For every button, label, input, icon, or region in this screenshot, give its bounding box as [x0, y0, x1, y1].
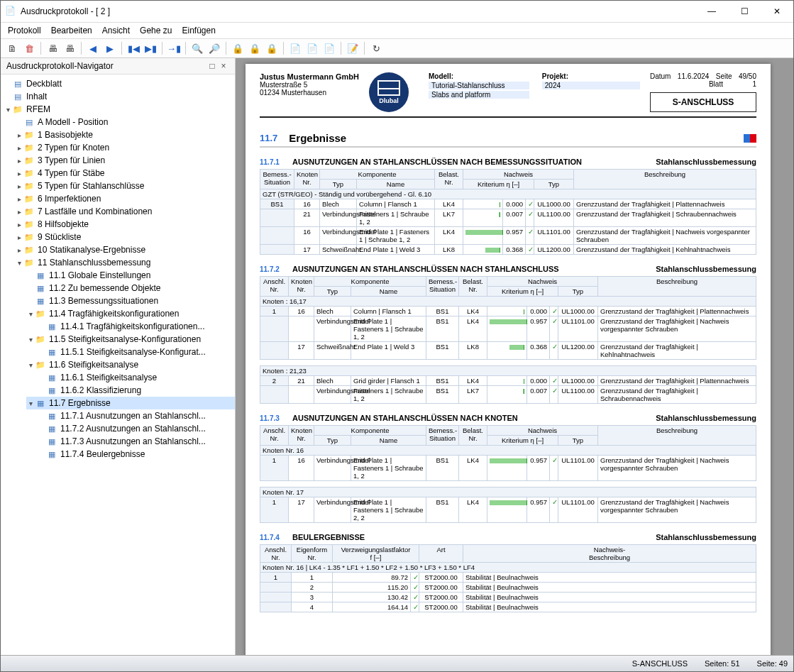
tree-item[interactable]: ▸📁7 Lastfälle und Kombinationen: [15, 205, 235, 218]
print-settings-icon[interactable]: 🖶: [62, 41, 77, 55]
table-11-7-3: Anschl.Nr.KnotenNr.KomponenteBemess.-Sit…: [260, 425, 756, 523]
header-box: S-ANSCHLUSS: [650, 92, 756, 112]
zoom-in-icon[interactable]: 🔍: [190, 41, 204, 55]
menu-einfuegen[interactable]: Einfügen: [182, 26, 215, 35]
navigator-tree[interactable]: ▤Deckblatt ▤Inhalt ▾📁RFEM ▤A Modell - Po…: [1, 75, 235, 655]
language-icon[interactable]: 📝: [346, 41, 360, 55]
company-street: Musterstraße 5: [260, 81, 359, 89]
lock2-icon[interactable]: 🔒: [248, 41, 262, 55]
model-name: Tutorial-Stahlanschluss: [429, 82, 529, 89]
prev-icon[interactable]: ◀: [86, 41, 100, 55]
tree-item[interactable]: ▸📁9 Stückliste: [15, 231, 235, 243]
status-module: S-ANSCHLUSS: [632, 659, 688, 668]
navigator-title: Ausdruckprotokoll-Navigator: [6, 61, 206, 71]
tree-item[interactable]: ▦11.7.1 Ausnutzungen an Stahlanschl...: [38, 409, 235, 422]
section-title: Ergebnisse: [289, 132, 346, 144]
goto-icon[interactable]: →▮: [167, 41, 181, 55]
menu-protokoll[interactable]: Protokoll: [8, 26, 41, 35]
toolbar: 🗎 🗑 🖶 🖶 ◀ ▶ ▮◀ ▶▮ →▮ 🔍 🔎 🔒 🔒 🔒 📄 📄 📄 📝 ↻: [1, 39, 793, 58]
tree-item[interactable]: ▸📁6 Imperfektionen: [15, 192, 235, 205]
tree-item[interactable]: ▸📁3 Typen für Linien: [15, 154, 235, 167]
company-name: Justus Mustermann GmbH: [260, 72, 359, 81]
tree-rfem[interactable]: ▾📁RFEM: [4, 103, 235, 116]
delete-icon[interactable]: 🗑: [22, 41, 36, 55]
table-11-7-4: Anschl.Nr.EigenformNr.Verzweigungslastfa…: [260, 544, 756, 612]
lock3-icon[interactable]: 🔒: [265, 41, 279, 55]
tree-item[interactable]: ▦11.5.1 Steifigkeitsanalyse-Konfigurat..…: [38, 346, 235, 358]
tree-item[interactable]: ▸📁4 Typen für Stäbe: [15, 167, 235, 180]
refresh-icon[interactable]: ↻: [369, 41, 383, 55]
tree-item[interactable]: ▸📁1 Basisobjekte: [15, 128, 235, 141]
close-button[interactable]: ✕: [761, 1, 793, 22]
navigator-pin-icon[interactable]: □: [206, 61, 218, 71]
first-icon[interactable]: ▮◀: [126, 41, 140, 55]
export-rtf-icon[interactable]: 📄: [305, 41, 319, 55]
menu-ansicht[interactable]: Ansicht: [102, 26, 130, 35]
maximize-button[interactable]: ☐: [728, 1, 761, 22]
window-title: Ausdruckprotokoll - [ 2 ]: [21, 6, 695, 16]
tree-item[interactable]: ▦11.7.3 Ausnutzungen an Stahlanschl...: [38, 435, 235, 448]
model-sub: Slabs and platform: [429, 91, 529, 99]
app-icon: 📄: [5, 6, 16, 17]
navigator-close-icon[interactable]: ×: [218, 61, 229, 71]
tree-item[interactable]: ▾📁11 Stahlanschlussbemessung: [15, 256, 235, 269]
header-sheet: 1: [752, 80, 756, 88]
menu-gehezu[interactable]: Gehe zu: [140, 26, 172, 35]
titlebar: 📄 Ausdruckprotokoll - [ 2 ] — ☐ ✕: [1, 1, 793, 23]
export-other-icon[interactable]: 📄: [322, 41, 336, 55]
tree-item[interactable]: ▸📁8 Hilfsobjekte: [15, 218, 235, 231]
table-11-7-1: Bemess.-SituationKnotenNr.KomponenteBela…: [260, 169, 756, 255]
table-11-7-2: Anschl.Nr.KnotenNr.KomponenteBemess.-Sit…: [260, 276, 756, 404]
tree-item[interactable]: ▦11.2 Zu bemessende Objekte: [26, 282, 235, 294]
header-page: 49/50: [739, 72, 756, 80]
navigator-panel: Ausdruckprotokoll-Navigator □ × ▤Deckbla…: [1, 58, 236, 655]
tree-item[interactable]: ▸📁10 Statikanalyse-Ergebnisse: [15, 243, 235, 256]
status-page: Seite: 49: [757, 659, 788, 668]
tree-item[interactable]: ▾📁11.4 Tragfähigkeitskonfigurationen: [26, 307, 235, 320]
tree-item[interactable]: ▸📁2 Typen für Knoten: [15, 141, 235, 154]
tree-item[interactable]: ▾📁11.6 Steifigkeitsanalyse: [26, 358, 235, 371]
print-icon[interactable]: 🖶: [45, 41, 60, 55]
tree-item[interactable]: ▦11.1 Globale Einstellungen: [26, 269, 235, 282]
next-icon[interactable]: ▶: [103, 41, 117, 55]
header-date: 11.6.2024: [678, 72, 710, 80]
tree-item[interactable]: ▸📁5 Typen für Stahlanschlüsse: [15, 180, 235, 192]
tree-item[interactable]: ▦11.7.2 Ausnutzungen an Stahlanschl...: [38, 422, 235, 435]
tree-item[interactable]: ▦11.4.1 Tragfähigkeitskonfigurationen...: [38, 320, 235, 333]
tree-item[interactable]: ▾▦11.7 Ergebnisse: [26, 397, 235, 409]
project-name: 2024: [542, 82, 640, 89]
last-icon[interactable]: ▶▮: [143, 41, 158, 55]
tree-deckblatt[interactable]: ▤Deckblatt: [4, 77, 235, 90]
tree-inhalt[interactable]: ▤Inhalt: [4, 90, 235, 103]
export-pdf-icon[interactable]: 📄: [288, 41, 302, 55]
tree-item[interactable]: ▦11.7.4 Beulergebnisse: [38, 448, 235, 461]
dlubal-logo: Dlubal: [369, 72, 409, 112]
new-icon[interactable]: 🗎: [5, 41, 19, 55]
lock1-icon[interactable]: 🔒: [231, 41, 245, 55]
company-city: 01234 Musterhausen: [260, 89, 359, 97]
tree-item[interactable]: ▾📁11.5 Steifigkeitsanalyse-Konfiguration…: [26, 333, 235, 346]
tree-item[interactable]: ▦11.3 Bemessungssituationen: [26, 294, 235, 307]
zoom-out-icon[interactable]: 🔎: [207, 41, 221, 55]
menubar: Protokoll Bearbeiten Ansicht Gehe zu Ein…: [1, 23, 793, 39]
app-window: 📄 Ausdruckprotokoll - [ 2 ] — ☐ ✕ Protok…: [0, 0, 794, 672]
status-pages: Seiten: 51: [705, 659, 740, 668]
report-page: Justus Mustermann GmbH Musterstraße 5 01…: [246, 64, 771, 655]
menu-bearbeiten[interactable]: Bearbeiten: [51, 26, 92, 35]
tree-item[interactable]: ▦11.6.1 Steifigkeitsanalyse: [38, 371, 235, 384]
statusbar: S-ANSCHLUSS Seiten: 51 Seite: 49: [1, 655, 793, 671]
tree-item[interactable]: ▦11.6.2 Klassifizierung: [38, 384, 235, 397]
preview-pane[interactable]: Justus Mustermann GmbH Musterstraße 5 01…: [236, 58, 793, 655]
tree-item[interactable]: ▤A Modell - Position: [15, 116, 235, 128]
section-marker-icon: [744, 134, 756, 143]
minimize-button[interactable]: —: [695, 1, 728, 22]
